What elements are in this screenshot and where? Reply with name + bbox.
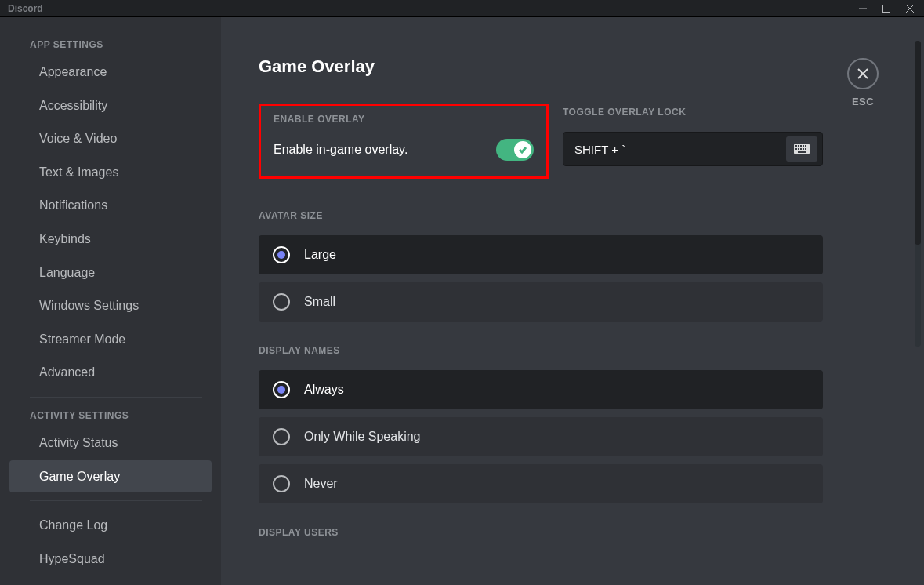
avatar-size-option-small[interactable]: Small [259,282,823,322]
radio-icon [273,428,290,445]
sidebar-item-appearance[interactable]: Appearance [9,56,212,89]
display-names-option-speaking[interactable]: Only While Speaking [259,417,823,456]
svg-rect-12 [795,148,797,150]
sidebar-item-game-overlay[interactable]: Game Overlay [9,460,212,493]
toggle-lock-section: TOGGLE OVERLAY LOCK SHIFT + ` [563,104,823,179]
enable-overlay-heading: ENABLE OVERLAY [274,114,534,125]
radio-icon [273,475,290,492]
radio-icon [273,246,290,263]
sidebar-divider [30,397,202,398]
svg-rect-1 [883,5,890,12]
enable-overlay-label: Enable in-game overlay. [274,143,408,157]
radio-label: Only While Speaking [304,430,421,444]
radio-icon [273,293,290,311]
avatar-size-option-large[interactable]: Large [259,235,823,274]
sidebar-item-language[interactable]: Language [9,256,212,289]
radio-label: Never [304,477,338,491]
settings-sidebar: APP SETTINGS Appearance Accessibility Vo… [0,17,221,585]
sidebar-item-accessibility[interactable]: Accessibility [9,89,212,122]
app-name: Discord [8,3,43,14]
enable-overlay-toggle[interactable] [496,139,534,161]
radio-label: Large [304,248,336,262]
window-close-icon[interactable] [905,4,915,13]
sidebar-item-notifications[interactable]: Notifications [9,189,212,222]
svg-rect-14 [800,148,802,150]
toggle-lock-heading: TOGGLE OVERLAY LOCK [563,107,823,118]
display-users-section: DISPLAY USERS [259,527,823,538]
display-names-option-always[interactable]: Always [259,370,823,409]
svg-rect-10 [803,145,804,147]
sidebar-item-activity-status[interactable]: Activity Status [9,427,212,460]
sidebar-item-windows-settings[interactable]: Windows Settings [9,289,212,322]
enable-overlay-section: ENABLE OVERLAY Enable in-game overlay. [259,104,549,179]
window-maximize-icon[interactable] [882,4,891,13]
sidebar-heading-activity: ACTIVITY SETTINGS [0,405,221,426]
svg-rect-7 [795,145,797,147]
sidebar-item-keybinds[interactable]: Keybinds [9,223,212,256]
radio-icon [273,381,290,398]
sidebar-item-change-log[interactable]: Change Log [9,509,212,542]
display-names-option-never[interactable]: Never [259,464,823,503]
esc-label: ESC [852,96,874,107]
svg-rect-17 [798,151,806,153]
sidebar-item-advanced[interactable]: Advanced [9,356,212,389]
close-icon [847,58,879,89]
display-names-section: DISPLAY NAMES Always Only While Speaking… [259,345,823,503]
svg-rect-11 [805,145,806,147]
sidebar-heading-app: APP SETTINGS [0,35,221,55]
keyboard-icon[interactable] [786,136,817,162]
svg-rect-8 [798,145,799,147]
sidebar-item-text-images[interactable]: Text & Images [9,156,212,189]
display-names-heading: DISPLAY NAMES [259,345,823,356]
keybind-input[interactable]: SHIFT + ` [563,132,823,166]
sidebar-item-hypesquad[interactable]: HypeSquad [9,543,212,576]
svg-rect-15 [803,148,804,150]
sidebar-divider [30,500,202,501]
radio-label: Always [304,383,344,397]
sidebar-item-streamer-mode[interactable]: Streamer Mode [9,323,212,356]
sidebar-item-voice-video[interactable]: Voice & Video [9,122,212,155]
toggle-knob [514,141,531,158]
svg-rect-13 [798,148,799,150]
radio-label: Small [304,295,335,309]
display-users-heading: DISPLAY USERS [259,527,823,538]
page-title: Game Overlay [259,56,823,77]
window-titlebar: Discord [0,0,924,17]
keybind-value: SHIFT + ` [574,143,625,156]
avatar-size-heading: AVATAR SIZE [259,210,823,221]
scrollbar-thumb[interactable] [915,41,921,245]
svg-rect-16 [805,148,806,150]
svg-rect-9 [800,145,802,147]
avatar-size-section: AVATAR SIZE Large Small [259,210,823,322]
window-minimize-icon[interactable] [858,4,868,13]
close-button[interactable]: ESC [847,58,879,107]
settings-content: ESC Game Overlay ENABLE OVERLAY Enable i… [221,17,924,585]
